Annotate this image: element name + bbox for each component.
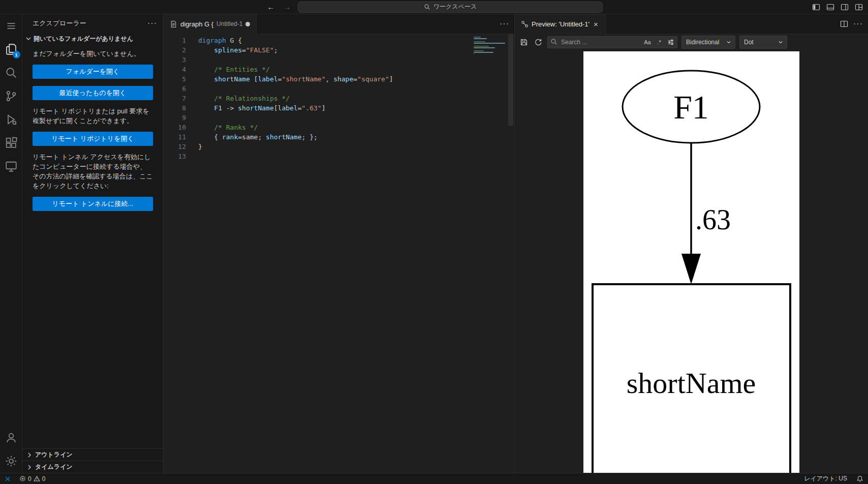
match-case-button[interactable]: Aa	[643, 38, 652, 47]
minimap-line	[474, 41, 485, 42]
layout-indicator[interactable]: レイアウト: US	[799, 473, 852, 484]
menu-icon[interactable]	[0, 14, 22, 38]
chevron-down-icon	[778, 39, 784, 45]
tab-preview-untitled-1[interactable]: Preview: 'Untitled-1' ×	[515, 14, 606, 34]
preview-tab-bar-empty	[606, 14, 835, 34]
regex-button[interactable]: .*	[655, 38, 664, 47]
status-bar-right: レイアウト: US	[799, 473, 868, 484]
open-remote-repo-button[interactable]: リモート リポジトリを開く	[33, 132, 153, 146]
modified-dot-icon[interactable]	[245, 22, 250, 26]
extensions-icon	[5, 137, 17, 149]
toggle-secondary-sidebar-icon[interactable]	[841, 3, 849, 11]
preview-toolbar: Aa .* Bidirectional Dot	[515, 34, 868, 50]
sidebar-item-remote-explorer[interactable]	[0, 155, 22, 178]
sidebar-section-header[interactable]: 開いているフォルダーがありません	[22, 33, 163, 45]
code-line[interactable]: }	[198, 142, 514, 152]
line-number[interactable]: 3	[164, 55, 186, 65]
chevron-right-icon	[25, 463, 34, 471]
line-number[interactable]: 10	[164, 123, 186, 132]
graph-arrowhead	[681, 254, 701, 284]
sidebar-more-actions-icon[interactable]: ···	[147, 19, 157, 28]
graph-edge-label: .63	[695, 204, 731, 235]
line-number[interactable]: 11	[164, 132, 186, 142]
tab-untitled-1[interactable]: digraph G { Untitled-1	[164, 14, 257, 34]
line-number[interactable]: 4	[164, 65, 186, 74]
preview-more-actions-icon[interactable]: ···	[853, 19, 863, 28]
code-line[interactable]: F1 -> shortName[label=".63"]	[198, 103, 514, 113]
back-icon[interactable]: ←	[265, 2, 276, 13]
code-line[interactable]: /* Relationships */	[198, 94, 514, 103]
code-line[interactable]	[198, 152, 514, 161]
sidebar-item-run-debug[interactable]	[0, 108, 22, 131]
open-folder-button[interactable]: フォルダーを開く	[33, 65, 153, 79]
minimap[interactable]	[474, 37, 506, 56]
workspace-search[interactable]: ワークスペース	[298, 2, 603, 13]
sidebar-item-explorer[interactable]: 1	[0, 38, 22, 61]
problems-indicator[interactable]: 0 0	[15, 473, 49, 484]
activity-bar: 1	[0, 14, 22, 473]
line-number[interactable]: 1	[164, 36, 186, 45]
accounts-icon[interactable]	[0, 426, 22, 449]
refresh-icon[interactable]	[533, 37, 543, 47]
graph-canvas[interactable]: F1 .63 shortName	[583, 51, 799, 473]
code-lines[interactable]: digraph G { splines="FALSE"; /* Entities…	[198, 34, 514, 473]
line-number[interactable]: 7	[164, 94, 186, 103]
sidebar-item-source-control[interactable]	[0, 84, 22, 108]
notifications-bell-icon[interactable]	[852, 473, 868, 484]
line-number[interactable]: 2	[164, 45, 186, 55]
sidebar-title: エクスプローラー	[33, 19, 147, 28]
code-line[interactable]	[198, 84, 514, 94]
split-editor-icon[interactable]	[840, 20, 848, 28]
scrollbar-thumb[interactable]	[508, 34, 513, 126]
toggle-primary-sidebar-icon[interactable]	[812, 3, 820, 11]
code-line[interactable]: splines="FALSE";	[198, 45, 514, 55]
line-number[interactable]: 5	[164, 74, 186, 84]
engine-select[interactable]: Dot	[739, 36, 787, 49]
search-filter-icon[interactable]	[666, 38, 675, 47]
open-recent-button[interactable]: 最近使ったものを開く	[33, 86, 153, 100]
tab-label: digraph G {	[180, 20, 213, 28]
forward-icon[interactable]: →	[282, 2, 293, 13]
minimap-line	[474, 38, 487, 39]
error-icon	[19, 475, 26, 482]
engine-select-value: Dot	[744, 39, 754, 46]
line-number[interactable]: 8	[164, 103, 186, 113]
code-line[interactable]	[198, 113, 514, 123]
customize-layout-icon[interactable]	[855, 3, 863, 11]
editor-scrollbar[interactable]	[507, 34, 514, 473]
search-icon	[5, 67, 17, 79]
sidebar-item-search[interactable]	[0, 61, 22, 84]
close-icon[interactable]: ×	[593, 19, 599, 29]
code-line[interactable]: shortName [label="shortName", shape="squ…	[198, 74, 514, 84]
code-line[interactable]: /* Entities */	[198, 65, 514, 74]
timeline-section[interactable]: タイムライン	[22, 461, 163, 473]
minimap-line	[474, 53, 474, 54]
code-line[interactable]: /* Ranks */	[198, 123, 514, 132]
tab-description: Untitled-1	[216, 20, 242, 27]
status-bar: 0 0 レイアウト: US	[0, 473, 868, 484]
line-number[interactable]: 13	[164, 152, 186, 161]
code-editor[interactable]: 12345678910111213 digraph G { splines="F…	[164, 34, 514, 473]
code-line[interactable]	[198, 55, 514, 65]
remote-indicator-icon[interactable]	[0, 473, 15, 484]
line-number[interactable]: 9	[164, 113, 186, 123]
toggle-panel-icon[interactable]	[826, 3, 834, 11]
chevron-right-icon	[25, 451, 34, 459]
git-branch-icon	[5, 90, 17, 102]
code-line[interactable]: { rank=same; shortName; };	[198, 132, 514, 142]
code-line[interactable]: digraph G {	[198, 36, 514, 45]
layout-indicator-label: レイアウト: US	[804, 474, 847, 483]
line-number[interactable]: 6	[164, 84, 186, 94]
graphviz-dot-icon	[521, 20, 529, 28]
outline-section[interactable]: アウトライン	[22, 448, 163, 461]
direction-select[interactable]: Bidirectional	[681, 36, 735, 49]
line-number[interactable]: 12	[164, 142, 186, 152]
sidebar-item-extensions[interactable]	[0, 131, 22, 155]
warning-icon	[34, 475, 40, 482]
connect-tunnel-button[interactable]: リモート トンネルに接続...	[33, 197, 153, 211]
settings-gear-icon[interactable]	[0, 449, 22, 473]
editor-more-actions-icon[interactable]: ···	[500, 19, 509, 28]
no-folder-text: まだフォルダーを開いていません。	[33, 49, 153, 58]
save-icon[interactable]	[519, 37, 529, 47]
status-bar-left: 0 0	[0, 473, 49, 484]
